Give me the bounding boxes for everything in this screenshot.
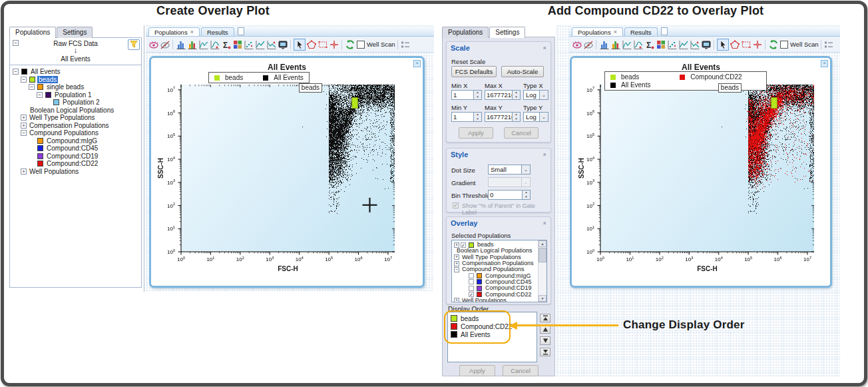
min-x-input[interactable]: 1 ▲▼ [451, 90, 482, 100]
stats-plot2-icon[interactable] [266, 39, 277, 50]
panel-divider[interactable] [144, 25, 144, 292]
eye-off-icon[interactable] [583, 39, 594, 50]
auto-scale-button[interactable]: Auto-Scale [501, 66, 544, 77]
doc-tab-populations[interactable]: Populations × [572, 27, 623, 36]
expand-icon[interactable]: + [454, 254, 459, 260]
plot-window-left[interactable]: × All Events beadsAll Events 10010010110… [149, 56, 425, 288]
scrollbar[interactable]: ▲ ▼ [538, 240, 546, 302]
close-icon[interactable]: × [413, 60, 421, 67]
well-scan-checkbox[interactable] [357, 41, 365, 49]
display-options-icon[interactable] [400, 39, 411, 50]
tree-item[interactable]: Compound:CD45 [10, 145, 141, 153]
histogram-color-icon[interactable] [610, 39, 621, 50]
overlay-cancel-button[interactable]: Cancel [503, 365, 539, 376]
new-page-icon[interactable] [238, 27, 244, 35]
stats-plot-icon[interactable] [678, 39, 689, 50]
polygon-gate-icon[interactable] [306, 39, 317, 50]
move-to-bottom-button[interactable] [540, 348, 550, 356]
collapse-icon[interactable]: − [37, 92, 43, 98]
collapse-icon[interactable]: − [29, 84, 35, 90]
close-icon[interactable]: × [821, 60, 828, 67]
expand-icon[interactable]: + [454, 242, 459, 248]
overlay-apply-button[interactable]: Apply [459, 365, 495, 376]
population-checkbox[interactable] [469, 286, 474, 291]
tree-item[interactable]: +Well Populations [452, 298, 539, 302]
stats-plot2-icon[interactable] [690, 39, 700, 50]
tree-item[interactable]: Boolean Logical Populations [10, 107, 141, 115]
close-icon[interactable]: × [190, 29, 194, 35]
collapse-section-icon[interactable]: » [541, 153, 548, 156]
tree-item[interactable]: +Compensation Populations [10, 122, 141, 130]
spinner-down-icon[interactable]: ▼ [474, 95, 481, 100]
expand-icon[interactable]: + [454, 298, 459, 302]
expand-icon[interactable]: + [21, 115, 27, 121]
collapse-icon[interactable]: − [21, 130, 27, 136]
scroll-down-icon[interactable]: ▼ [539, 295, 546, 302]
chevron-down-icon[interactable]: ⌄ [521, 165, 530, 174]
collapse-section-icon[interactable]: » [541, 221, 548, 224]
histogram-color-icon[interactable] [187, 39, 198, 50]
population-checkbox[interactable] [469, 273, 474, 278]
scale-apply-button[interactable]: Apply [459, 127, 493, 139]
max-x-input[interactable]: 16777216 ▲▼ [485, 90, 521, 100]
tree-item[interactable]: Compound:CD19 [10, 153, 141, 161]
tree-item[interactable]: Population 2 [10, 99, 141, 107]
rect-gate-icon[interactable] [318, 39, 328, 50]
contour-dot-icon[interactable] [633, 39, 644, 50]
chevron-down-icon[interactable]: ⌄ [539, 91, 548, 99]
collapse-icon[interactable]: − [454, 267, 459, 272]
tree-item[interactable]: −All Events [10, 68, 141, 76]
spinner-down-icon[interactable]: ▼ [513, 117, 520, 122]
contour-icon[interactable] [198, 39, 209, 50]
eye-icon[interactable] [572, 39, 582, 50]
new-page-icon[interactable] [661, 27, 668, 35]
population-checkbox[interactable] [469, 279, 474, 284]
min-y-input[interactable]: 1 ▲▼ [451, 112, 482, 122]
sigma-icon[interactable]: Σ [644, 39, 655, 50]
cursor-icon[interactable] [294, 39, 306, 51]
move-to-top-button[interactable] [540, 314, 550, 322]
scatter-canvas[interactable] [600, 85, 814, 252]
scale-cancel-button[interactable]: Cancel [504, 127, 539, 139]
monitor-icon[interactable] [278, 39, 288, 50]
eye-off-icon[interactable] [160, 39, 170, 50]
tree-item[interactable]: −Compound Populations [10, 129, 141, 137]
population-checkbox[interactable]: ✓ [469, 292, 474, 297]
doc-tab-results[interactable]: Results [624, 27, 658, 36]
collapse-icon[interactable]: − [13, 69, 19, 75]
tree-item[interactable]: Compound:mIgG [10, 137, 141, 145]
tree-item[interactable]: −Population 1 [10, 91, 141, 99]
plot-window-right[interactable]: × All Events beadsCompound:CD22All Event… [570, 56, 832, 288]
bin-threshold-input[interactable]: 0 ▲▼ [488, 190, 531, 200]
scatter-icon[interactable] [667, 39, 678, 50]
monitor-icon[interactable] [701, 39, 712, 50]
histogram-blue-icon[interactable] [176, 39, 186, 50]
tree-item[interactable]: +Well Type Populations [10, 114, 141, 122]
type-y-select[interactable]: Log⌄ [523, 112, 548, 122]
tree-item[interactable]: −beads [10, 76, 141, 84]
max-y-input[interactable]: 16777216 ▲▼ [485, 112, 521, 122]
scrollbar-thumb[interactable] [539, 248, 546, 262]
doc-tab-populations[interactable]: Populations × [148, 27, 200, 36]
quadrant-gate-icon[interactable] [752, 39, 763, 50]
expand-icon[interactable]: + [21, 169, 27, 175]
doc-tab-results[interactable]: Results [201, 27, 234, 36]
scatter-icon[interactable] [244, 39, 254, 50]
chevron-down-icon[interactable]: ⌄ [539, 113, 548, 121]
heatmap-icon[interactable] [232, 39, 243, 50]
sigma-icon[interactable]: Σ [221, 39, 232, 50]
expand-icon[interactable]: + [454, 261, 459, 266]
contour-icon[interactable] [622, 39, 632, 50]
dot-size-select[interactable]: Small⌄ [488, 165, 531, 175]
spinner-down-icon[interactable]: ▼ [513, 95, 520, 100]
cursor-icon[interactable] [717, 39, 729, 51]
scroll-up-icon[interactable]: ▲ [539, 240, 546, 247]
tab-populations[interactable]: Populations [442, 27, 489, 38]
well-scan-checkbox[interactable] [780, 41, 788, 49]
tree-item[interactable]: Compound:CD22 [10, 160, 141, 168]
collapse-section-icon[interactable]: » [541, 46, 548, 49]
rect-gate-icon[interactable] [741, 39, 752, 50]
spinner-down-icon[interactable]: ▼ [474, 117, 481, 122]
tree-item[interactable]: −single beads [10, 83, 141, 91]
population-checkbox[interactable]: ✓ [461, 242, 466, 248]
